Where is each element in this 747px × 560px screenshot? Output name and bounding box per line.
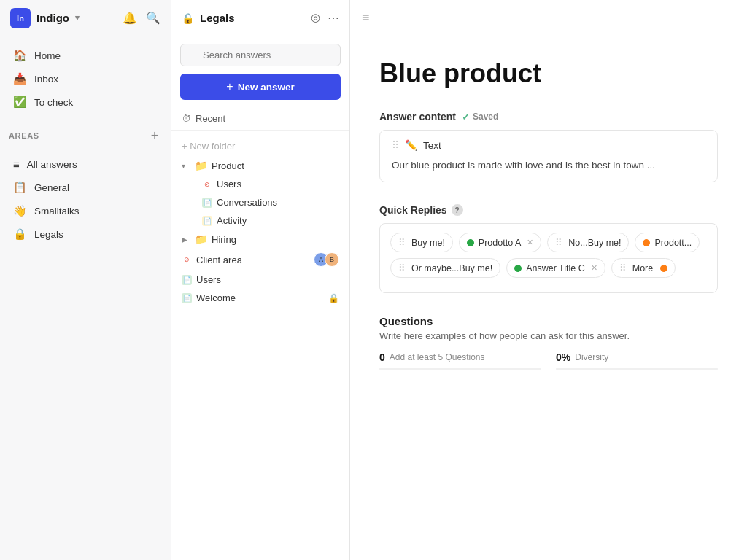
qr-chip-prodott-label: Prodott... xyxy=(654,238,692,248)
add-area-button[interactable]: + xyxy=(147,128,162,143)
plus-icon: + xyxy=(226,80,233,93)
quick-replies-row-2: ⠿ Or maybe...Buy me! Answer Title C ✕ ⠿ … xyxy=(390,258,707,278)
sidebar-item-home[interactable]: 🏠 Home xyxy=(6,44,165,67)
middle-panel-title: 🔒 Legals xyxy=(182,12,235,24)
more-options-icon[interactable]: ⋯ xyxy=(328,11,339,25)
questions-bars: 0 Add at least 5 Questions 0% Diversity xyxy=(379,351,718,370)
tree-item-conversations[interactable]: 📄 Conversations xyxy=(192,193,349,211)
tree-item-client-area[interactable]: ⊘ Client area A B xyxy=(171,249,349,271)
quick-replies-label: Quick Replies xyxy=(379,204,447,216)
brand-name: Indigo xyxy=(36,12,69,24)
sidebar: In Indigo ▾ 🔔 🔍 🏠 Home 📥 Inbox ✅ To chec… xyxy=(0,0,171,560)
qr-chip-more[interactable]: ⠿ More xyxy=(611,258,676,278)
brand-icon: In xyxy=(10,8,31,28)
tree-item-users[interactable]: ⊘ Users xyxy=(192,175,349,193)
sidebar-item-to-check-label: To check xyxy=(34,97,73,108)
status-orange-icon xyxy=(660,265,667,272)
brand-logo[interactable]: In Indigo ▾ xyxy=(10,8,80,28)
qr-chip-no-buy-me[interactable]: ⠿ No...Buy me! xyxy=(547,233,629,252)
clock-icon: ⏱ xyxy=(182,113,191,124)
tree-folder-product[interactable]: ▾ 📁 Product xyxy=(171,156,349,175)
text-block-content: Our blue product is made with love and i… xyxy=(392,158,705,173)
qr-chip-prodotto-a-label: Prodotto A xyxy=(479,238,521,248)
product-children: ⊘ Users 📄 Conversations 📄 Activity xyxy=(171,175,349,230)
tree-item-users-label: Users xyxy=(217,179,241,190)
chevron-down-icon: ▾ xyxy=(75,13,80,23)
qr-chip-or-maybe[interactable]: ⠿ Or maybe...Buy me! xyxy=(390,258,500,278)
bar-diversity-value: 0% xyxy=(556,351,570,363)
middle-panel-icons: ◎ ⋯ xyxy=(311,11,339,25)
text-block-header: ⠿ ✏️ Text xyxy=(392,139,705,151)
saved-text: Saved xyxy=(473,112,498,122)
tree-item-welcome[interactable]: 📄 Welcome 🔒 xyxy=(171,289,349,307)
bell-icon[interactable]: 🔔 xyxy=(123,11,137,25)
target-icon[interactable]: ◎ xyxy=(311,11,320,25)
tree-folder-product-label: Product xyxy=(212,160,244,171)
qr-chip-prodott[interactable]: Prodott... xyxy=(635,233,700,252)
quick-replies-row-1: ⠿ Buy me! Prodotto A ✕ ⠿ No...Buy me! xyxy=(390,233,707,252)
tree-item-activity-label: Activity xyxy=(217,215,247,226)
sidebar-item-smalltalks[interactable]: 👋 Smalltalks xyxy=(6,199,165,222)
chevron-right-icon: ▶ xyxy=(182,236,190,244)
sidebar-header-icons: 🔔 🔍 xyxy=(123,11,160,25)
lock-icon: 🔒 xyxy=(13,228,27,241)
qr-chip-more-label: More xyxy=(632,263,653,273)
bar-count-value: 0 xyxy=(379,351,385,363)
check-saved-icon: ✓ xyxy=(462,112,470,122)
text-block-label: Text xyxy=(423,140,441,151)
tree-folder-hiring[interactable]: ▶ 📁 Hiring xyxy=(171,230,349,249)
qr-chip-answer-title-c-label: Answer Title C xyxy=(526,263,585,273)
main-content: Blue product Answer content ✓ Saved ⠿ ✏️… xyxy=(350,36,747,560)
new-answer-button[interactable]: + New answer xyxy=(180,74,341,100)
tree-item-welcome-label: Welcome xyxy=(196,292,236,303)
sidebar-item-inbox-label: Inbox xyxy=(34,74,58,85)
sidebar-item-general[interactable]: 📋 General xyxy=(6,176,165,199)
doc-yellow-icon: 📄 xyxy=(202,216,212,226)
middle-panel: 🔒 Legals ◎ ⋯ + New answer ⏱ Recent + New… xyxy=(171,0,350,560)
help-icon[interactable]: ? xyxy=(452,204,463,216)
drag-icon: ⠿ xyxy=(398,237,406,248)
bar-diversity-top: 0% Diversity xyxy=(556,351,718,363)
area-all-answers-label: All answers xyxy=(27,159,77,170)
new-folder-button[interactable]: + New folder xyxy=(171,136,349,156)
bar-count-track xyxy=(379,368,541,370)
drag-icon: ⠿ xyxy=(398,262,406,273)
qr-chip-answer-title-c[interactable]: Answer Title C ✕ xyxy=(506,258,605,278)
drag-handle-icon[interactable]: ⠿ xyxy=(392,139,399,151)
lock-yellow-icon: 🔒 xyxy=(182,12,194,24)
qr-chip-buy-me[interactable]: ⠿ Buy me! xyxy=(390,233,453,252)
search-icon[interactable]: 🔍 xyxy=(146,11,160,25)
search-bar xyxy=(171,36,349,74)
new-folder-label: + New folder xyxy=(182,141,235,152)
area-general-label: General xyxy=(34,182,69,193)
answer-content-header: Answer content ✓ Saved xyxy=(379,111,718,122)
close-icon[interactable]: ✕ xyxy=(591,263,597,273)
home-icon: 🏠 xyxy=(13,49,27,62)
questions-subtitle: Write here examples of how people can as… xyxy=(379,330,718,341)
quick-replies-header: Quick Replies ? xyxy=(379,204,718,216)
sidebar-item-all-answers[interactable]: ≡ All answers xyxy=(6,153,165,176)
edit-icon[interactable]: ✏️ xyxy=(405,139,417,151)
sidebar-item-to-check[interactable]: ✅ To check xyxy=(6,90,165,114)
sidebar-item-inbox[interactable]: 📥 Inbox xyxy=(6,67,165,90)
close-icon[interactable]: ✕ xyxy=(527,238,533,247)
main-topbar: ≡ xyxy=(350,0,747,36)
drag-icon: ⠿ xyxy=(555,237,562,248)
bar-diversity-label: Diversity xyxy=(575,352,608,362)
search-input[interactable] xyxy=(180,44,341,66)
tree-item-activity[interactable]: 📄 Activity xyxy=(192,211,349,230)
tree-item-users-root[interactable]: 📄 Users xyxy=(171,271,349,289)
questions-bar-count: 0 Add at least 5 Questions xyxy=(379,351,541,370)
folder-icon: 📁 xyxy=(195,160,207,171)
no-fill-icon: ⊘ xyxy=(182,254,192,265)
sidebar-item-legals[interactable]: 🔒 Legals xyxy=(6,222,165,246)
qr-chip-buy-me-label: Buy me! xyxy=(411,238,445,248)
doc-green-icon: 📄 xyxy=(202,198,212,208)
areas-nav: ≡ All answers 📋 General 👋 Smalltalks 🔒 L… xyxy=(0,146,171,253)
qr-chip-prodotto-a[interactable]: Prodotto A ✕ xyxy=(459,233,541,252)
area-smalltalks-label: Smalltalks xyxy=(34,206,80,217)
tree-area: + New folder ▾ 📁 Product ⊘ Users 📄 Conve… xyxy=(171,131,349,560)
hamburger-icon[interactable]: ≡ xyxy=(362,10,370,26)
middle-panel-title-text: Legals xyxy=(200,12,235,24)
questions-title: Questions xyxy=(379,315,718,327)
